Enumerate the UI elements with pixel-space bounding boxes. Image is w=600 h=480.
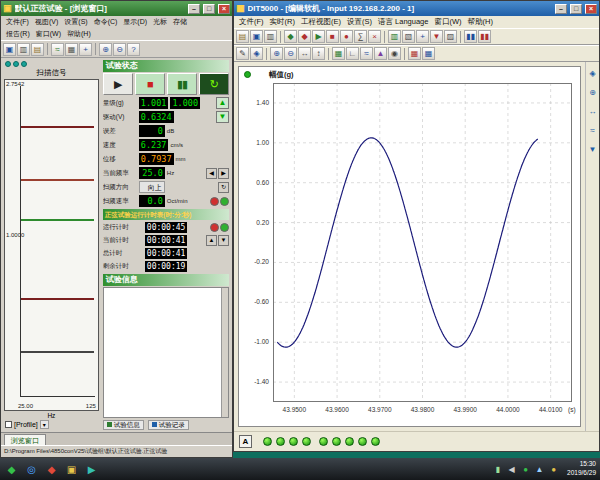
taskbar-clock[interactable]: 15:30 2019/6/29 [562,460,596,478]
timer-up-button[interactable]: ▲ [206,235,217,246]
sine-menu2-2[interactable]: 帮助(H) [64,29,94,39]
browse-window-tab[interactable]: 浏览窗口 [4,434,46,445]
antivirus-icon[interactable]: ● [520,464,531,475]
rail-wave-icon[interactable]: ≈ [587,125,598,136]
connect-icon[interactable]: ◆ [284,30,297,43]
loop-test-button[interactable]: ↻ [199,73,229,95]
stop-sample-icon[interactable]: ■ [326,30,339,43]
balance-icon[interactable]: ∑ [354,30,367,43]
spectrum-icon[interactable]: ▲ [374,47,387,60]
level-up-button[interactable]: ▲ [216,97,229,109]
channel-list-icon[interactable]: ▥ [388,30,401,43]
profile-checkbox[interactable] [5,421,12,428]
zoom-out-icon[interactable]: ⊖ [284,47,297,60]
freq-next-button[interactable]: ▶ [218,168,229,179]
chart-plot-area[interactable] [273,83,572,402]
print-icon[interactable]: ▥ [17,43,30,56]
rail-pan-icon[interactable]: ↔ [587,106,598,117]
open-project-icon[interactable]: ▤ [236,30,249,43]
info-tab-0[interactable]: 试验信息 [103,420,144,430]
freq-prev-button[interactable]: ◀ [206,168,217,179]
help-icon[interactable]: ? [127,43,140,56]
timer-start-button[interactable] [220,223,229,232]
grid-icon[interactable]: ▦ [65,43,78,56]
sine-menu-4[interactable]: 显示(D) [120,17,150,27]
volume-icon[interactable]: ◀ [506,464,517,475]
zoom-in-icon[interactable]: ⊕ [270,47,283,60]
waveform-icon[interactable]: ≈ [360,47,373,60]
curve-icon[interactable]: ≈ [51,43,64,56]
sine-menu-1[interactable]: 视图(V) [32,17,61,27]
dit5000-maximize-button[interactable]: □ [570,4,582,14]
channel-group-a-button[interactable]: A [239,435,252,448]
rail-marker-icon[interactable]: ▼ [587,144,598,155]
direction-toggle-button[interactable]: ↻ [218,182,229,193]
cursor-icon[interactable]: + [416,30,429,43]
save-project-icon[interactable]: ▣ [250,30,263,43]
test-info-list[interactable] [103,287,229,418]
dit-menu-4[interactable]: 语言 Language [375,17,431,27]
dit-menu-5[interactable]: 窗口(W) [431,17,464,27]
start-sample-icon[interactable]: ▶ [312,30,325,43]
axis-icon[interactable]: ∟ [346,47,359,60]
record-icon[interactable]: ● [340,30,353,43]
print-icon[interactable]: ▥ [264,30,277,43]
flag-red-icon[interactable]: ▮▮ [478,30,491,43]
arrange-icon[interactable]: ▨ [444,30,457,43]
start-icon[interactable]: ◆ [4,462,19,477]
timer-stop-button[interactable] [210,223,219,232]
sine-menu-3[interactable]: 命令(C) [91,17,121,27]
clear-icon[interactable]: × [368,30,381,43]
pan-v-icon[interactable]: ↕ [312,47,325,60]
pause-test-button[interactable]: ▮▮ [167,73,197,95]
sine-menu2-1[interactable]: 窗口(W) [33,29,64,39]
messenger-icon[interactable]: ● [548,464,559,475]
dit-menu-0[interactable]: 文件(F) [236,17,267,27]
stop-test-button[interactable]: ■ [135,73,165,95]
media-icon[interactable]: ◆ [44,462,59,477]
report-icon[interactable]: ▤ [31,43,44,56]
pan-h-icon[interactable]: ↔ [298,47,311,60]
overlay-blue-icon[interactable]: ▦ [422,47,435,60]
network-icon[interactable]: ▮ [492,464,503,475]
level-down-button[interactable]: ▼ [216,111,229,123]
cursor-icon[interactable]: + [79,43,92,56]
grid-icon[interactable]: ▦ [332,47,345,60]
rail-select-icon[interactable]: ◈ [587,68,598,79]
profile-dropdown[interactable]: ▾ [40,420,49,429]
sine-menu-5[interactable]: 光标 [150,17,170,27]
timer-down-button[interactable]: ▼ [218,235,229,246]
sine-menu-2[interactable]: 设置(S) [61,17,90,27]
flag-blue-icon[interactable]: ▮▮ [464,30,477,43]
sweep-run-dot-icon[interactable] [220,197,229,206]
start-test-button[interactable]: ▶ [103,73,133,95]
save-icon[interactable]: ▣ [3,43,16,56]
dit-menu-3[interactable]: 设置(S) [344,17,375,27]
sine-menu-0[interactable]: 文件(F) [3,17,32,27]
maximize-button[interactable]: □ [203,4,215,14]
marker-icon[interactable]: ▼ [430,30,443,43]
sweep-stop-dot-icon[interactable] [210,197,219,206]
scan-signal-plot[interactable]: 2.7542 1.0000 25.00 125 [4,79,99,411]
usb-icon[interactable]: ▲ [534,464,545,475]
new-view-icon[interactable]: ▧ [402,30,415,43]
edit-icon[interactable]: ✎ [236,47,249,60]
dit5000-titlebar[interactable]: ▦ DIT5000 - [编辑软机 - Input 192.168.2.200 … [234,1,599,16]
disconnect-icon[interactable]: ◆ [298,30,311,43]
folder-icon[interactable]: ▣ [64,462,79,477]
dit5000-close-button[interactable]: × [585,4,597,14]
close-button[interactable]: × [218,4,230,14]
zoom-in-icon[interactable]: ⊕ [99,43,112,56]
dit-menu-1[interactable]: 实时(R) [267,17,298,27]
info-scrollbar[interactable] [221,288,228,417]
select-icon[interactable]: ◈ [250,47,263,60]
snapshot-icon[interactable]: ◉ [388,47,401,60]
browser-icon[interactable]: ◎ [24,462,39,477]
sine-menu2-0[interactable]: 报告(R) [3,29,33,39]
sine-menu-6[interactable]: 存储 [170,17,190,27]
dit-menu-6[interactable]: 帮助(H) [465,17,496,27]
overlay-red-icon[interactable]: ▦ [408,47,421,60]
info-tab-1[interactable]: 试验记录 [148,420,189,430]
minimize-button[interactable]: – [188,4,200,14]
dit-menu-2[interactable]: 工程视图(E) [298,17,344,27]
